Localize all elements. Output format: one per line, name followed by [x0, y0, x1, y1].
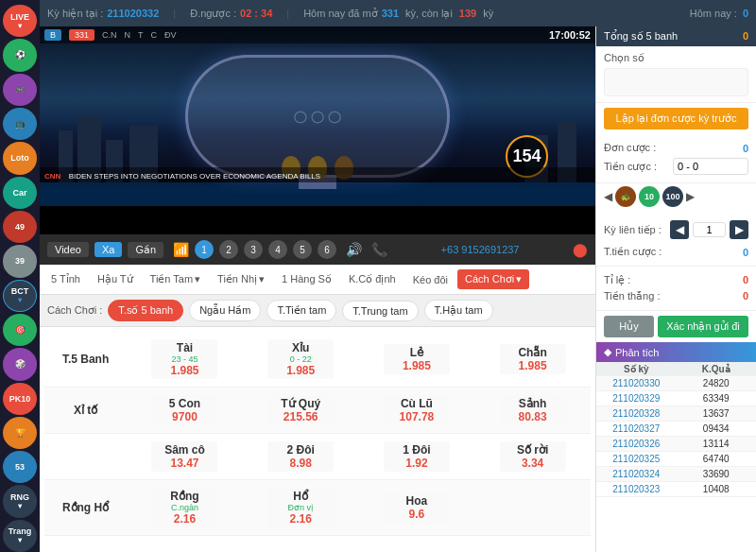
video-btn[interactable]: Video	[47, 242, 89, 257]
ky-lien-tiep-section: Kỳ liên tiếp : ◀ ▶ T.tiền cược : 0	[596, 210, 756, 267]
ky-prev-button[interactable]: ◀	[670, 220, 689, 239]
sidebar-item-live[interactable]: LIVE ▾	[3, 5, 37, 37]
gan-btn[interactable]: Gần	[128, 242, 163, 258]
right-title: Tổng số 5 banh	[604, 30, 678, 43]
chon-so-section: Chọn số	[596, 46, 756, 103]
tab-1hangso[interactable]: 1 Hàng Số	[274, 269, 339, 289]
method-ngauham[interactable]: Ngẫu Hầm	[189, 300, 261, 321]
sidebar-label-p5: 🏆	[15, 428, 26, 438]
row4-hoa[interactable]: Hoa 9.6	[359, 489, 475, 526]
don-cuoc-row: Đơn cược : 0	[604, 140, 748, 156]
sidebar-item-s49[interactable]: 49	[3, 211, 37, 243]
sidebar-item-sport[interactable]: ⚽	[3, 39, 37, 71]
main-body: ○○○ 154	[40, 26, 756, 552]
row2-sanh[interactable]: Sảnh 80.83	[474, 391, 591, 429]
sidebar-item-car[interactable]: Car	[3, 177, 37, 209]
row3-2doi[interactable]: 2 Đôi 8.98	[243, 438, 359, 475]
chon-so-label: Chọn số	[604, 52, 748, 64]
game-tabs: 5 Tỉnh Hậu Tứ Tiền Tam ▾ Tiền Nhị ▾ 1 Hà…	[40, 265, 595, 295]
sidebar-item-game[interactable]: 🎮	[3, 74, 37, 106]
sidebar-item-rng[interactable]: RNG ▾	[3, 485, 37, 517]
tab-tientam[interactable]: Tiền Tam ▾	[143, 269, 209, 289]
row2-5con[interactable]: 5 Con 9700	[127, 391, 243, 429]
analysis-row: 211020330 24820	[596, 376, 756, 391]
method-t5banh[interactable]: T.số 5 banh	[108, 300, 183, 321]
num-2[interactable]: 2	[219, 240, 238, 259]
ti-le-row: Tỉ lệ : 0	[604, 272, 748, 288]
ti-le-label: Tỉ lệ :	[604, 274, 630, 286]
num-4[interactable]: 4	[268, 240, 287, 259]
tab-keodoi[interactable]: Kéo đôi	[405, 270, 455, 289]
row4-empty	[474, 504, 591, 511]
analysis-row: 211020326 13114	[596, 437, 756, 452]
tab-tiennhi[interactable]: Tiền Nhị ▾	[210, 269, 272, 289]
num-5[interactable]: 5	[293, 240, 312, 259]
ky-next-button[interactable]: ▶	[730, 220, 748, 239]
row1-tai[interactable]: Tài 23 - 45 1.985	[127, 336, 243, 383]
num-3[interactable]: 3	[244, 240, 263, 259]
channel-bar: B 331 C.N N T C ĐV 17:00:52	[40, 26, 595, 43]
tab-5tinh[interactable]: 5 Tỉnh	[43, 269, 88, 289]
chon-so-area[interactable]	[604, 68, 748, 96]
sidebar-item-s39[interactable]: 39	[3, 245, 37, 277]
method-ttientam[interactable]: T.Tiền tam	[266, 300, 336, 321]
sidebar-item-p5[interactable]: 🏆	[3, 417, 37, 449]
sidebar-item-s53[interactable]: 53	[3, 451, 37, 483]
analysis-row: 211020325 64740	[596, 452, 756, 467]
xa-btn[interactable]: Xa	[94, 242, 122, 257]
sidebar-item-loto[interactable]: Loto	[3, 142, 37, 174]
analysis-row: 211020323 10408	[596, 482, 756, 497]
tab-hautu[interactable]: Hậu Tứ	[90, 269, 141, 289]
row3-samco[interactable]: Sâm cô 13.47	[127, 438, 243, 475]
method-ttrungtam[interactable]: T.Trung tam	[342, 301, 418, 321]
analysis-col-kq: K.Quả	[677, 362, 757, 376]
sidebar-item-p1[interactable]: 🎯	[3, 314, 37, 346]
row1-le[interactable]: Lẻ 1.985	[359, 340, 475, 378]
sidebar-label-live: LIVE	[10, 12, 29, 22]
tyle-section: Tỉ lệ : 0 Tiền thắng : 0	[596, 267, 756, 311]
row3-soroi[interactable]: Số rời 3.34	[474, 438, 591, 475]
coin-100[interactable]: 100	[662, 186, 683, 207]
num-1[interactable]: 1	[195, 240, 214, 259]
sidebar-item-live2[interactable]: 📺	[3, 108, 37, 140]
tien-thang-row: Tiền thắng : 0	[604, 288, 748, 304]
row1-chan[interactable]: Chẵn 1.985	[474, 340, 591, 378]
sidebar-item-bct[interactable]: BCT ▾	[3, 280, 37, 312]
live-indicator-icon: ⬤	[573, 242, 588, 257]
method-thautam[interactable]: T.Hậu tam	[424, 300, 493, 321]
bet-info-section: Đơn cược : 0 Tiền cược :	[596, 134, 756, 183]
video-controls: Video Xa Gần 📶 1 2 3 4 5 6 🔊 📞 +63 91526…	[40, 234, 595, 265]
ky-value: 211020332	[107, 8, 159, 19]
coin-tortoise[interactable]: 🐢	[615, 186, 636, 207]
tien-cuoc-input[interactable]	[673, 158, 748, 175]
ky-nav: ◀ ▶	[670, 217, 748, 242]
row2-tuquy[interactable]: Tứ Quý 215.56	[243, 391, 359, 429]
row4-rong[interactable]: Rồng C.ngàn 2.16	[127, 484, 243, 531]
confirm-button[interactable]: Xác nhận gửi đi	[658, 316, 748, 337]
tien-thang-label: Tiền thắng :	[604, 290, 660, 302]
sidebar-label-car: Car	[12, 188, 26, 198]
reset-button[interactable]: Lập lại đơn cược kỳ trước	[604, 108, 748, 129]
tien-cuoc-label: Tiền cược :	[604, 161, 657, 173]
tab-cachchoi[interactable]: Cách Chơi ▾	[457, 269, 529, 289]
arrow-left-icon[interactable]: ◀	[604, 190, 612, 203]
action-buttons: Hủy Xác nhận gửi đi	[596, 311, 756, 342]
ky-value-input[interactable]	[693, 222, 726, 237]
ball-count-value: 154	[512, 147, 541, 166]
row3-1doi[interactable]: 1 Đôi 1.92	[359, 438, 475, 475]
sidebar-item-p3[interactable]: 🎲	[3, 348, 37, 380]
huy-button[interactable]: Hủy	[604, 316, 654, 337]
sidebar-item-pk10[interactable]: PK10	[3, 383, 37, 415]
arrow-right-icon[interactable]: ▶	[686, 190, 695, 203]
coin-10[interactable]: 10	[639, 186, 660, 207]
sidebar-item-trang[interactable]: Trang ▾	[3, 520, 37, 552]
row2-culu[interactable]: Cù Lũ 107.78	[359, 391, 475, 429]
row4-ho[interactable]: Hổ Đơn vị 2.16	[243, 484, 359, 531]
content-area: Kỳ hiện tại : 211020332 | Đ.ngược : 02 :…	[40, 0, 756, 552]
row1-xiu[interactable]: Xỉu 0 - 22 1.985	[243, 336, 359, 383]
sidebar-label-sport: ⚽	[15, 50, 26, 60]
analysis-title: Phân tích	[615, 347, 659, 358]
num-6[interactable]: 6	[318, 240, 336, 259]
volume-icon: 🔊	[346, 242, 362, 257]
tab-kcodinh[interactable]: K.Cố định	[341, 269, 404, 289]
